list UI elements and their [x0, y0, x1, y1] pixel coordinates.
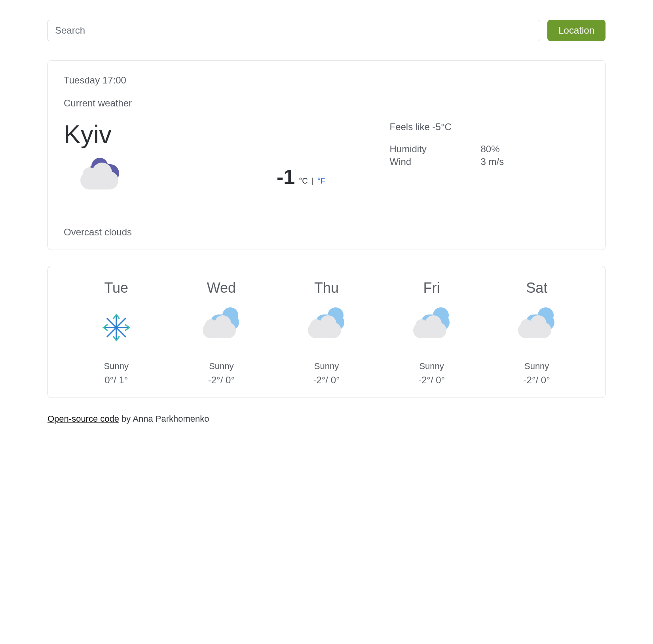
- wind-value: 3 m/s: [481, 156, 504, 167]
- search-input[interactable]: [47, 20, 540, 41]
- forecast-day-name: Fri: [379, 280, 484, 296]
- forecast-day: Sat Sunny -2°/ 0°: [484, 278, 589, 386]
- current-description: Overcast clouds: [64, 227, 269, 238]
- humidity-row: Humidity 80%: [390, 144, 590, 155]
- city-name: Kyiv: [64, 120, 269, 149]
- forecast-day-name: Sat: [484, 280, 589, 296]
- forecast-day-temps: -2°/ 0°: [169, 375, 274, 386]
- forecast-day-icon: [379, 311, 484, 346]
- snowflake-icon: [102, 313, 131, 344]
- current-weather-card: Tuesday 17:00 Current weather Kyiv Overc…: [47, 60, 606, 250]
- forecast-day-temps: -2°/ 0°: [379, 375, 484, 386]
- forecast-day-icon: [169, 311, 274, 346]
- wind-label: Wind: [390, 156, 481, 167]
- location-button[interactable]: Location: [547, 20, 606, 41]
- cloud-icon: [410, 314, 454, 342]
- forecast-day-condition: Sunny: [484, 361, 589, 371]
- forecast-day-condition: Sunny: [379, 361, 484, 371]
- unit-fahrenheit-link[interactable]: °F: [317, 176, 325, 185]
- humidity-value: 80%: [481, 144, 500, 155]
- temperature-block: -1 °C | °F: [277, 165, 325, 189]
- forecast-day-condition: Sunny: [169, 361, 274, 371]
- cloud-icon: [305, 314, 348, 342]
- forecast-day-icon: [64, 311, 169, 346]
- current-datetime: Tuesday 17:00: [64, 75, 589, 86]
- forecast-day-name: Tue: [64, 280, 169, 296]
- wind-row: Wind 3 m/s: [390, 156, 590, 167]
- forecast-day: Tue Sunny 0°/ 1°: [64, 278, 169, 386]
- temperature-value: -1: [277, 165, 295, 189]
- feels-like: Feels like -5°C: [390, 121, 590, 133]
- unit-toggle: °C | °F: [299, 176, 325, 189]
- current-subhead: Current weather: [64, 98, 589, 109]
- forecast-day-icon: [484, 311, 589, 346]
- current-row: Kyiv Overcast clouds -1 °C | °F Feels li…: [64, 116, 589, 238]
- open-source-link[interactable]: Open-source code: [47, 414, 119, 424]
- forecast-day-temps: -2°/ 0°: [484, 375, 589, 386]
- forecast-day-name: Thu: [274, 280, 379, 296]
- forecast-day-name: Wed: [169, 280, 274, 296]
- forecast-day-icon: [274, 311, 379, 346]
- forecast-day-condition: Sunny: [274, 361, 379, 371]
- cloud-icon: [199, 314, 243, 342]
- forecast-day: Wed Sunny -2°/ 0°: [169, 278, 274, 386]
- footer-author: by Anna Parkhomenko: [119, 414, 209, 424]
- footer: Open-source code by Anna Parkhomenko: [47, 414, 606, 424]
- forecast-day: Fri Sunny -2°/ 0°: [379, 278, 484, 386]
- forecast-card: Tue Sunny 0°/ 1° Wed Sunny -2°/ 0° Thu S…: [47, 266, 606, 398]
- current-weather-icon: [78, 163, 269, 195]
- forecast-day-temps: 0°/ 1°: [64, 375, 169, 386]
- cloud-icon: [515, 314, 558, 342]
- humidity-label: Humidity: [390, 144, 481, 155]
- unit-celsius-link[interactable]: °C: [299, 176, 308, 185]
- forecast-day-condition: Sunny: [64, 361, 169, 371]
- search-row: Location: [47, 20, 606, 41]
- unit-separator: |: [311, 176, 313, 185]
- forecast-day-temps: -2°/ 0°: [274, 375, 379, 386]
- forecast-day: Thu Sunny -2°/ 0°: [274, 278, 379, 386]
- overcast-cloud-icon: [78, 163, 129, 195]
